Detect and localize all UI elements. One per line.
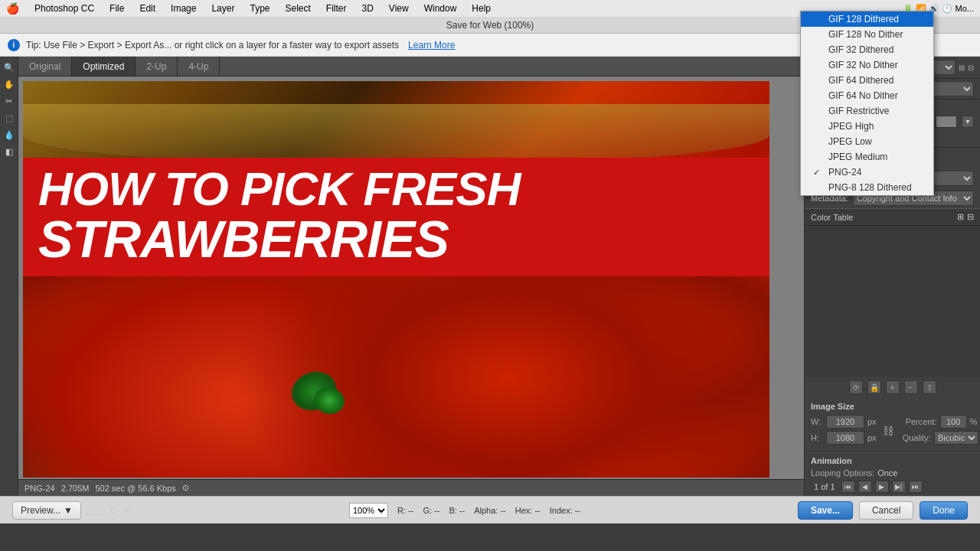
zoom-control: 100% xyxy=(349,503,388,518)
menu-layer[interactable]: Layer xyxy=(208,2,237,15)
icon-sort[interactable]: ⟳ xyxy=(849,380,863,394)
icon-lock[interactable]: 🔒 xyxy=(867,380,881,394)
globe-icon[interactable]: ⚙ xyxy=(109,505,118,516)
dialog-title: Save for Web (100%) xyxy=(446,20,534,31)
dropdown-arrow[interactable]: ▼ xyxy=(122,505,132,516)
info-icon: i xyxy=(8,39,20,51)
color-table-expand-icon[interactable]: ⊞ xyxy=(957,212,964,222)
icon-add-color[interactable]: + xyxy=(886,380,900,394)
image-size-title: Image Size xyxy=(811,402,974,411)
preset-menu-icon[interactable]: ⊟ xyxy=(968,64,974,72)
width-input[interactable] xyxy=(826,415,864,429)
done-button[interactable]: Done xyxy=(920,501,968,520)
dropdown-item-7[interactable]: JPEG High xyxy=(801,119,933,134)
icon-shift[interactable]: ⇧ xyxy=(923,380,936,394)
animation-section: Animation Looping Options: Once 1 of 1 ⏮… xyxy=(805,452,980,496)
percent-input[interactable] xyxy=(940,415,967,429)
hex-value: Hex: -- xyxy=(515,506,541,515)
looping-label: Looping Options: xyxy=(811,468,874,478)
g-value: G: -- xyxy=(423,506,439,515)
color-table-menu-icon[interactable]: ⊟ xyxy=(967,212,974,222)
tab-bar: Original Optimized 2-Up 4-Up xyxy=(18,57,804,77)
menu-window[interactable]: Window xyxy=(421,2,460,15)
slice-tool-icon[interactable]: ✂ xyxy=(2,93,17,109)
matte-color[interactable] xyxy=(936,116,957,128)
color-table-area xyxy=(805,226,980,377)
dropdown-item-3[interactable]: GIF 32 No Dither xyxy=(801,57,933,73)
anim-play-btn[interactable]: ▶ xyxy=(875,481,889,493)
chain-link-icon: ⛓ xyxy=(883,425,893,437)
toggle-view-icon[interactable]: ◧ xyxy=(2,144,17,159)
alpha-value: Alpha: -- xyxy=(474,506,506,515)
tab-original[interactable]: Original xyxy=(18,57,72,76)
save-button[interactable]: Save... xyxy=(798,501,853,520)
menu-image[interactable]: Image xyxy=(168,2,199,15)
matte-dropdown[interactable]: ▼ xyxy=(962,116,974,128)
learn-more-link[interactable]: Learn More xyxy=(408,40,455,51)
info-message: Tip: Use File > Export > Export As... or… xyxy=(26,40,399,51)
dropdown-label-2: GIF 32 Dithered xyxy=(828,44,893,55)
dropdown-label-6: GIF Restrictive xyxy=(828,106,889,116)
menu-photoshop[interactable]: Photoshop CC xyxy=(31,2,97,15)
dropdown-item-2[interactable]: GIF 32 Dithered xyxy=(801,42,933,57)
bottom-left: Preview... ▼ ◱ ◳ ⚙ ▼ xyxy=(12,501,132,520)
dropdown-label-0: GIF 128 Dithered xyxy=(828,14,899,24)
anim-prev-btn[interactable]: ◀ xyxy=(858,481,872,493)
menu-help[interactable]: Help xyxy=(469,2,494,15)
canvas-image-container: HOW TO PICK FRESH STRAWBERRIES xyxy=(18,77,804,479)
menu-file[interactable]: File xyxy=(106,2,127,15)
eyedropper-icon[interactable]: 💧 xyxy=(2,127,17,142)
tab-optimized[interactable]: Optimized xyxy=(72,57,136,76)
dropdown-item-5[interactable]: GIF 64 No Dither xyxy=(801,88,933,103)
quality-select[interactable]: Bicubic xyxy=(934,431,978,445)
dropdown-item-6[interactable]: GIF Restrictive xyxy=(801,103,933,119)
zoom-select[interactable]: 100% xyxy=(349,503,388,518)
width-row: W: px xyxy=(811,415,877,429)
canvas-settings-icon[interactable]: ⊙ xyxy=(182,483,189,493)
slice-select-icon[interactable]: ⬚ xyxy=(2,110,17,126)
dropdown-item-1[interactable]: GIF 128 No Dither xyxy=(801,27,933,42)
apple-menu[interactable]: 🍎 xyxy=(6,2,19,15)
left-toolbar: 🔍 ✋ ✂ ⬚ 💧 ◧ xyxy=(0,57,18,496)
cancel-button[interactable]: Cancel xyxy=(859,501,913,520)
menu-select[interactable]: Select xyxy=(282,2,313,15)
preview-button[interactable]: Preview... ▼ xyxy=(12,501,81,520)
icon-remove-color[interactable]: − xyxy=(904,380,918,394)
dropdown-item-9[interactable]: JPEG Medium xyxy=(801,149,933,165)
dropdown-item-0[interactable]: GIF 128 Dithered xyxy=(801,11,933,27)
anim-last-btn[interactable]: ⏭ xyxy=(909,481,923,493)
preview-dropdown-icon[interactable]: ▼ xyxy=(64,505,73,516)
preview-button-label: Preview... xyxy=(21,505,60,516)
b-value: B: -- xyxy=(449,506,465,515)
dropdown-label-3: GIF 32 No Dither xyxy=(828,60,898,70)
dropdown-item-10[interactable]: ✓PNG-24 xyxy=(801,165,933,180)
menu-edit[interactable]: Edit xyxy=(136,2,158,15)
height-input[interactable] xyxy=(826,431,864,445)
percent-unit: % xyxy=(970,417,978,426)
hand-tool-icon[interactable]: ✋ xyxy=(2,77,17,92)
menu-view[interactable]: View xyxy=(386,2,412,15)
dropdown-label-10: PNG-24 xyxy=(828,167,861,178)
anim-first-btn[interactable]: ⏮ xyxy=(841,481,855,493)
width-unit: px xyxy=(867,417,877,426)
menu-3d[interactable]: 3D xyxy=(359,2,377,15)
icon-row: ⟳ 🔒 + − ⇧ xyxy=(805,377,980,397)
tab-2up[interactable]: 2-Up xyxy=(136,57,178,76)
image-size-section: Image Size W: px H: px ⛓ xyxy=(805,397,980,452)
dropdown-item-4[interactable]: GIF 64 Dithered xyxy=(801,73,933,88)
preset-expand-icon[interactable]: ⊞ xyxy=(959,64,965,72)
bottom-bar: Preview... ▼ ◱ ◳ ⚙ ▼ 100% R: -- G: -- B:… xyxy=(0,496,980,523)
zoom-tool-icon[interactable]: 🔍 xyxy=(2,60,17,75)
height-row: H: px xyxy=(811,431,877,445)
canvas-status: PNG-24 2.705M 502 sec @ 56.6 Kbps ⊙ xyxy=(18,479,804,496)
dropdown-item-11[interactable]: PNG-8 128 Dithered xyxy=(801,180,933,195)
bottom-right: Save... Cancel Done xyxy=(798,501,968,520)
dropdown-label-5: GIF 64 No Dither xyxy=(828,90,898,101)
menu-filter[interactable]: Filter xyxy=(323,2,350,15)
tab-4up[interactable]: 4-Up xyxy=(178,57,220,76)
dropdown-item-8[interactable]: JPEG Low xyxy=(801,134,933,149)
banner-line-1: HOW TO PICK FRESH xyxy=(38,165,754,213)
dropdown-check-10: ✓ xyxy=(813,168,822,178)
anim-next-btn[interactable]: ▶| xyxy=(892,481,906,493)
menu-type[interactable]: Type xyxy=(247,2,273,15)
